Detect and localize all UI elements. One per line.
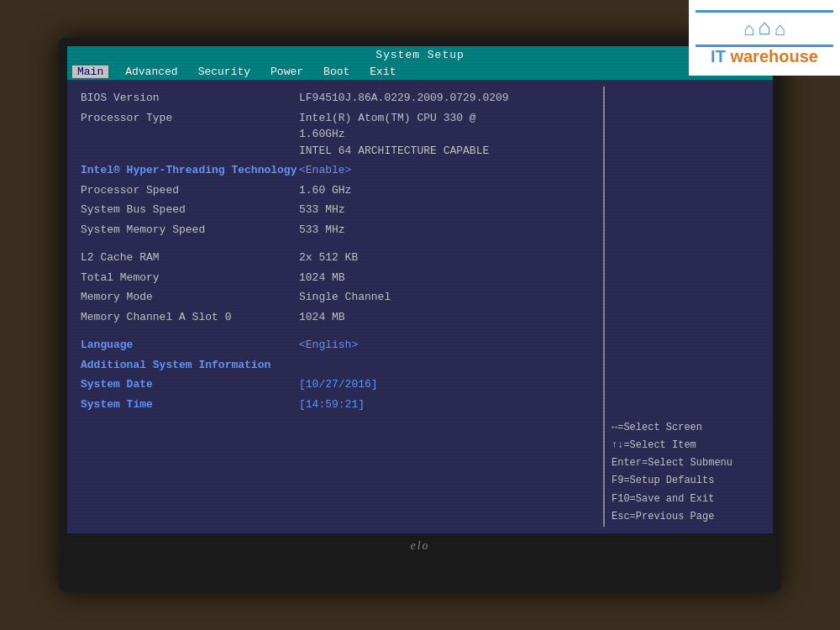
label-bus-speed: System Bus Speed	[81, 202, 299, 218]
bios-row-processor-type: Processor Type Intel(R) Atom(TM) CPU 330…	[81, 108, 590, 161]
label-additional-info[interactable]: Additional System Information	[81, 357, 299, 374]
value-memory-mode: Single Channel	[299, 289, 391, 306]
bios-main-panel: BIOS Version LF94510J.86A.0229.2009.0729…	[67, 80, 603, 533]
monitor-frame: System Setup Main Advanced Security Powe…	[59, 38, 781, 592]
value-l2-cache: 2x 512 KB	[299, 249, 358, 266]
house-icon-3: ⌂	[774, 18, 785, 40]
bios-screen: System Setup Main Advanced Security Powe…	[67, 46, 773, 533]
value-bus-speed: 533 MHz	[299, 202, 345, 218]
menu-item-power[interactable]: Power	[267, 66, 307, 78]
label-hyperthreading: Intel® Hyper-Threading Technology	[81, 162, 299, 179]
bios-row-memory-channel: Memory Channel A Slot 0 1024 MB	[81, 307, 590, 328]
value-system-time[interactable]: [14:59:21]	[299, 396, 365, 413]
value-system-date[interactable]: [10/27/2016]	[299, 376, 378, 393]
label-memory-speed: System Memory Speed	[81, 222, 299, 239]
value-processor-type: Intel(R) Atom(TM) CPU 330 @ 1.60GHz INTE…	[299, 110, 489, 160]
help-select-item: ↑↓=Select Item	[612, 438, 766, 454]
value-processor-speed: 1.60 GHz	[299, 182, 351, 199]
label-memory-channel: Memory Channel A Slot 0	[81, 309, 299, 326]
bios-row-system-time: System Time [14:59:21]	[81, 395, 590, 415]
label-memory-mode: Memory Mode	[81, 289, 299, 306]
spacer-1	[81, 239, 590, 248]
label-total-memory: Total Memory	[81, 270, 299, 286]
monitor-screen: System Setup Main Advanced Security Powe…	[67, 46, 773, 533]
menu-item-main[interactable]: Main	[72, 66, 108, 78]
elo-brand-logo: elo	[410, 539, 429, 553]
label-bios-version: BIOS Version	[81, 90, 299, 107]
bios-row-additional-info: Additional System Information	[81, 355, 590, 375]
help-select-screen: ↔=Select Screen	[612, 420, 766, 436]
help-setup-defaults: F9=Setup Defaults	[612, 473, 766, 489]
value-memory-speed: 533 MHz	[299, 222, 345, 239]
logo-line-top	[696, 10, 833, 13]
bios-row-total-memory: Total Memory 1024 MB	[81, 268, 590, 288]
menu-item-advanced[interactable]: Advanced	[122, 66, 181, 78]
help-previous-page: Esc=Previous Page	[612, 509, 766, 525]
menu-item-security[interactable]: Security	[195, 66, 254, 78]
label-system-date: System Date	[81, 376, 299, 393]
bios-row-l2-cache: L2 Cache RAM 2x 512 KB	[81, 248, 590, 268]
bios-row-memory-speed: System Memory Speed 533 MHz	[81, 220, 590, 240]
bios-row-bios-version: BIOS Version LF94510J.86A.0229.2009.0729…	[81, 88, 590, 108]
bios-menubar: Main Advanced Security Power Boot Exit	[67, 64, 773, 80]
logo-houses: ⌂ ⌂ ⌂	[743, 15, 785, 40]
logo-warehouse: warehouse	[730, 47, 817, 66]
logo-text: IT warehouse	[711, 47, 818, 66]
value-memory-channel: 1024 MB	[299, 309, 345, 326]
label-processor-speed: Processor Speed	[81, 182, 299, 199]
monitor-bezel-bottom: elo	[410, 533, 429, 559]
house-icon-1: ⌂	[743, 18, 754, 40]
logo-overlay: ⌂ ⌂ ⌂ IT warehouse	[689, 0, 840, 76]
label-language: Language	[81, 337, 299, 354]
bios-row-hyperthreading: Intel® Hyper-Threading Technology <Enabl…	[81, 160, 590, 181]
bios-title: System Setup	[375, 49, 465, 61]
value-hyperthreading[interactable]: <Enable>	[299, 162, 351, 179]
label-l2-cache: L2 Cache RAM	[81, 249, 299, 266]
help-save-exit: F10=Save and Exit	[612, 491, 766, 507]
bios-titlebar: System Setup	[67, 46, 773, 64]
label-system-time: System Time	[81, 396, 299, 413]
bios-row-processor-speed: Processor Speed 1.60 GHz	[81, 181, 590, 201]
value-language[interactable]: <English>	[299, 337, 358, 354]
logo-it: IT	[711, 47, 730, 66]
bios-row-bus-speed: System Bus Speed 533 MHz	[81, 200, 590, 220]
menu-item-boot[interactable]: Boot	[320, 66, 353, 78]
value-total-memory: 1024 MB	[299, 270, 345, 286]
menu-item-exit[interactable]: Exit	[366, 66, 399, 78]
bios-content: BIOS Version LF94510J.86A.0229.2009.0729…	[67, 80, 773, 533]
bios-row-language: Language <English>	[81, 335, 590, 355]
spacer-2	[81, 327, 590, 335]
bios-row-memory-mode: Memory Mode Single Channel	[81, 287, 590, 307]
help-select-submenu: Enter=Select Submenu	[612, 455, 766, 471]
house-icon-2: ⌂	[758, 15, 771, 40]
bios-sidebar: ↔=Select Screen ↑↓=Select Item Enter=Sel…	[605, 80, 773, 533]
label-processor-type: Processor Type	[81, 110, 299, 127]
bios-row-system-date: System Date [10/27/2016]	[81, 375, 590, 395]
value-bios-version: LF94510J.86A.0229.2009.0729.0209	[299, 90, 509, 107]
